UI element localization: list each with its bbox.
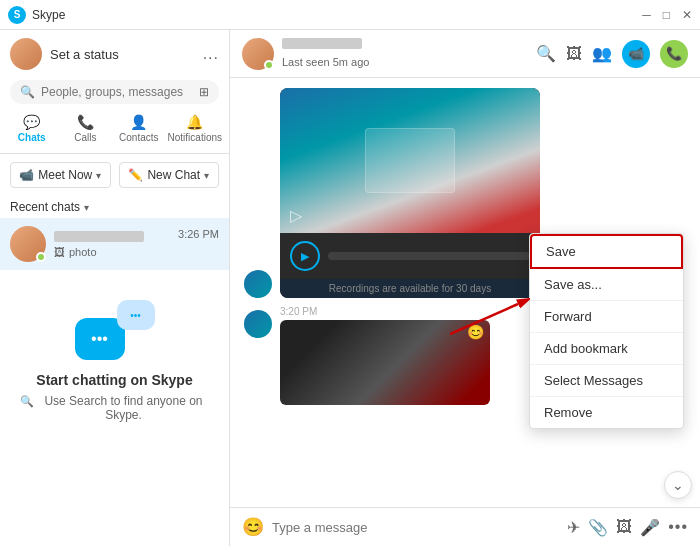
- profile-name: Set a status: [50, 47, 203, 62]
- app-title: Skype: [32, 8, 642, 22]
- calls-label: Calls: [74, 132, 96, 143]
- preview-text: photo: [69, 246, 97, 258]
- new-chat-chevron: ▾: [204, 170, 209, 181]
- minimize-btn[interactable]: ─: [642, 8, 651, 22]
- context-menu-item-select[interactable]: Select Messages: [530, 365, 683, 397]
- chat-header-info: Last seen 5m ago: [282, 38, 536, 70]
- more-options-btn[interactable]: •••: [668, 518, 688, 536]
- empty-search-icon: 🔍: [20, 395, 34, 408]
- chat-header-sub: Last seen 5m ago: [282, 56, 369, 68]
- chevron-down-icon: ⌄: [672, 477, 684, 493]
- chat-item-info: 🖼 photo: [54, 231, 178, 258]
- chat-header-avatar: [242, 38, 274, 70]
- video-controls-bar: ▶: [280, 233, 540, 279]
- context-menu-item-forward[interactable]: Forward: [530, 301, 683, 333]
- sidebar: Set a status ... 🔍 ⊞ 💬 Chats 📞 Calls 👤: [0, 30, 230, 546]
- nav-tabs: 💬 Chats 📞 Calls 👤 Contacts 🔔 Notificatio…: [0, 110, 229, 154]
- video-waveform: [328, 252, 530, 260]
- video-call-btn[interactable]: 📹: [622, 40, 650, 68]
- contacts-icon: 👤: [130, 114, 147, 130]
- context-menu-item-bookmark[interactable]: Add bookmark: [530, 333, 683, 365]
- tab-calls[interactable]: 📞 Calls: [59, 110, 113, 147]
- meet-now-label: Meet Now: [38, 168, 92, 182]
- action-buttons-row: 📹 Meet Now ▾ ✏️ New Chat ▾: [0, 154, 229, 196]
- context-menu-item-remove[interactable]: Remove: [530, 397, 683, 428]
- profile-more-btn[interactable]: ...: [203, 45, 219, 63]
- meet-now-btn[interactable]: 📹 Meet Now ▾: [10, 162, 111, 188]
- input-bar: 😊 ✈ 📎 🖼 🎤 •••: [230, 507, 700, 546]
- emoji-picker-btn[interactable]: 😊: [242, 516, 264, 538]
- recent-chats-label: Recent chats: [10, 200, 80, 214]
- window-controls[interactable]: ─ □ ✕: [642, 8, 692, 22]
- tab-contacts[interactable]: 👤 Contacts: [112, 110, 166, 147]
- scroll-down-btn[interactable]: ⌄: [664, 471, 692, 499]
- grid-icon[interactable]: ⊞: [199, 85, 209, 99]
- video-call-icon: 📹: [628, 46, 644, 61]
- app-body: Set a status ... 🔍 ⊞ 💬 Chats 📞 Calls 👤: [0, 30, 700, 546]
- msg-time-outside: 3:20 PM: [280, 306, 490, 317]
- voice-call-btn[interactable]: 📞: [660, 40, 688, 68]
- notifications-label: Notifications: [168, 132, 222, 143]
- chat-header-name: [282, 38, 362, 49]
- image-thumbnail: 😊: [280, 320, 490, 405]
- meet-now-icon: 📹: [19, 168, 34, 182]
- image-message-bubble[interactable]: 3:20 PM 😊: [280, 306, 490, 405]
- video-caption: Recordings are available for 30 days: [280, 279, 540, 298]
- sender-avatar-img: [244, 310, 272, 338]
- titlebar: S Skype ─ □ ✕: [0, 0, 700, 30]
- new-chat-label: New Chat: [147, 168, 200, 182]
- recent-chats-header[interactable]: Recent chats ▾: [0, 196, 229, 218]
- new-chat-btn[interactable]: ✏️ New Chat ▾: [119, 162, 220, 188]
- contact-btn[interactable]: 👥: [592, 44, 612, 63]
- voice-call-icon: 📞: [666, 46, 682, 61]
- empty-sub-text: Use Search to find anyone on Skype.: [38, 394, 209, 422]
- chat-item-preview: 🖼 photo: [54, 246, 178, 258]
- search-box[interactable]: 🔍 ⊞: [10, 80, 219, 104]
- chats-icon: 💬: [23, 114, 40, 130]
- search-input[interactable]: [41, 85, 193, 99]
- profile-row: Set a status ...: [0, 30, 229, 78]
- context-menu: Save Save as... Forward Add bookmark Sel…: [529, 233, 684, 429]
- search-chat-btn[interactable]: 🔍: [536, 44, 556, 63]
- new-chat-icon: ✏️: [128, 168, 143, 182]
- chat-item-name: [54, 231, 144, 242]
- preview-image-icon: 🖼: [54, 246, 65, 258]
- skype-effects-btn[interactable]: ✈: [567, 518, 580, 537]
- context-menu-item-save-as[interactable]: Save as...: [530, 269, 683, 301]
- video-play-btn[interactable]: ▶: [290, 241, 320, 271]
- file-attach-btn[interactable]: 📎: [588, 518, 608, 537]
- video-message-bubble[interactable]: ▷ ▶ Recordings are available for 30 days: [280, 88, 540, 298]
- emoji-reaction: 😊: [467, 324, 484, 340]
- avatar: [10, 38, 42, 70]
- empty-title: Start chatting on Skype: [36, 372, 192, 388]
- image-send-btn[interactable]: 🖼: [616, 518, 632, 536]
- chats-label: Chats: [18, 132, 46, 143]
- audio-record-btn[interactable]: 🎤: [640, 518, 660, 537]
- contacts-label: Contacts: [119, 132, 158, 143]
- video-send-icon: ▷: [290, 206, 302, 225]
- chat-area: Last seen 5m ago 🔍 🖼 👥 📹 📞: [230, 30, 700, 546]
- add-person-btn[interactable]: 🖼: [566, 45, 582, 63]
- close-btn[interactable]: ✕: [682, 8, 692, 22]
- messages-area: ▷ ▶ Recordings are available for 30 days…: [230, 78, 700, 507]
- online-dot: [36, 252, 46, 262]
- sender-avatar-video: [244, 270, 272, 298]
- context-menu-item-save[interactable]: Save: [530, 234, 683, 269]
- empty-sub: 🔍 Use Search to find anyone on Skype.: [20, 394, 209, 422]
- message-input[interactable]: [272, 520, 559, 535]
- notifications-icon: 🔔: [186, 114, 203, 130]
- tab-chats[interactable]: 💬 Chats: [5, 110, 59, 147]
- meet-now-chevron: ▾: [96, 170, 101, 181]
- empty-state: ••• ••• Start chatting on Skype 🔍 Use Se…: [0, 270, 229, 432]
- chat-header-status-dot: [264, 60, 274, 70]
- chat-item[interactable]: 🖼 photo 3:26 PM: [0, 218, 229, 270]
- maximize-btn[interactable]: □: [663, 8, 670, 22]
- chat-header: Last seen 5m ago 🔍 🖼 👥 📹 📞: [230, 30, 700, 78]
- chat-header-actions: 🔍 🖼 👥 📹 📞: [536, 40, 688, 68]
- app-logo: S: [8, 6, 26, 24]
- search-icon: 🔍: [20, 85, 35, 99]
- tab-notifications[interactable]: 🔔 Notifications: [166, 110, 224, 147]
- video-thumbnail: ▷: [280, 88, 540, 233]
- calls-icon: 📞: [77, 114, 94, 130]
- chat-item-time: 3:26 PM: [178, 226, 219, 240]
